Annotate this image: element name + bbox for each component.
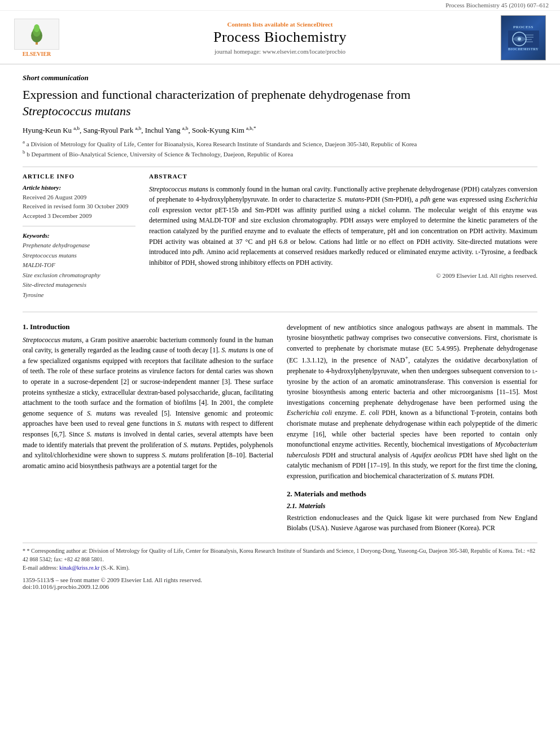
elsevier-logo: [14, 19, 59, 50]
authors-text: Hyung-Keun Ku a,b, Sang-Ryoul Park a,b, …: [23, 126, 256, 134]
footnote-asterisk: *: [23, 548, 27, 554]
accepted-date: Accepted 3 December 2009: [23, 211, 135, 221]
abstract-text: Streptococcus mutans is commonly found i…: [149, 184, 537, 268]
main-content: Short communication Expression and funct…: [0, 64, 560, 601]
abstract-header: ABSTRACT: [149, 173, 537, 180]
affiliation-a: a a Division of Metrology for Quality of…: [23, 138, 537, 148]
paper-title-line2: Streptococcus mutans: [23, 104, 131, 118]
issn-text: 1359-5113/$ – see front matter © 2009 El…: [23, 576, 537, 583]
materials-subheading: 2.1. Materials: [287, 502, 537, 510]
divider-2: [23, 312, 537, 312]
process-biochemistry-logo: PROCESS BIOCHEMISTRY: [501, 15, 546, 60]
right-logo-line2: BIOCHEMISTRY: [508, 47, 539, 51]
svg-point-6: [518, 37, 521, 41]
right-logo-area: PROCESS BIOCHEMISTRY: [498, 15, 549, 60]
abstract-species-1: Streptococcus mutans: [149, 185, 208, 193]
right-logo-image: [508, 30, 539, 47]
materials-heading: 2. Materials and methods: [287, 490, 537, 499]
volume-bar: Process Biochemistry 45 (2010) 607–612: [0, 0, 560, 11]
svg-point-3: [34, 24, 40, 32]
keywords-section: Keywords: Prephenate dehydrogenase Strep…: [23, 232, 135, 300]
intro-two-col: 1. Introduction Streptococcus mutans, a …: [23, 322, 537, 534]
authors-line: Hyung-Keun Ku a,b, Sang-Ryoul Park a,b, …: [23, 125, 537, 134]
keyword-3: MALDI-TOF: [23, 260, 135, 270]
intro-section: 1. Introduction Streptococcus mutans, a …: [23, 322, 537, 534]
keywords-label: Keywords:: [23, 232, 135, 239]
volume-info: Process Biochemistry 45 (2010) 607–612: [445, 2, 549, 8]
doi-text: doi:10.1016/j.procbio.2009.12.006: [23, 583, 537, 590]
elsevier-tree-icon: [23, 23, 51, 46]
article-info-col: ARTICLE INFO Article history: Received 2…: [23, 173, 135, 306]
right-logo-line1: PROCESS: [513, 25, 533, 29]
intro-text-col2: development of new antibiotics since ana…: [287, 322, 537, 482]
sciencedirect-link: Contents lists available at ScienceDirec…: [228, 21, 333, 28]
journal-header-center: Contents lists available at ScienceDirec…: [62, 21, 498, 55]
keywords-list: Prephenate dehydrogenase Streptococcus m…: [23, 241, 135, 300]
footer-issn: 1359-5113/$ – see front matter © 2009 El…: [23, 576, 537, 590]
sciencedirect-brand[interactable]: ScienceDirect: [296, 21, 333, 28]
abstract-col: ABSTRACT Streptococcus mutans is commonl…: [149, 173, 537, 306]
intro-col-right: development of new antibiotics since ana…: [287, 322, 537, 534]
article-type: Short communication: [23, 73, 537, 82]
divider-left: [23, 226, 135, 226]
history-label: Article history:: [23, 184, 135, 191]
materials-text: Restriction endonucleases and the Quick …: [287, 513, 537, 534]
intro-col-left: 1. Introduction Streptococcus mutans, a …: [23, 322, 273, 534]
journal-header: ELSEVIER Contents lists available at Sci…: [0, 11, 560, 64]
keyword-6: Tyrosine: [23, 290, 135, 300]
journal-title: Process Biochemistry: [213, 29, 347, 46]
article-info-abstract-section: ARTICLE INFO Article history: Received 2…: [23, 173, 537, 306]
journal-homepage: journal homepage: www.elsevier.com/locat…: [215, 48, 345, 55]
footnote-text: * * Corresponding author at: Division of…: [23, 547, 537, 572]
received-date: Received 26 August 2009: [23, 193, 135, 202]
keyword-1: Prephenate dehydrogenase: [23, 241, 135, 251]
footnote-email-suffix: (S.-K. Kim).: [101, 565, 130, 571]
paper-title-line1: Expression and functional characterizati…: [23, 88, 410, 102]
article-history-section: Article history: Received 26 August 2009…: [23, 184, 135, 221]
divider-1: [23, 167, 537, 167]
footnote-area: * * Corresponding author at: Division of…: [23, 543, 537, 590]
footnote-email-label: E-mail address:: [23, 565, 58, 571]
affiliation-b: b b Department of Bio-Analytical Science…: [23, 148, 537, 159]
abstract-copyright: © 2009 Elsevier Ltd. All rights reserved…: [149, 272, 537, 279]
paper-title: Expression and functional characterizati…: [23, 87, 537, 119]
keyword-4: Size exclusion chromatography: [23, 270, 135, 281]
affiliations: a a Division of Metrology for Quality of…: [23, 138, 537, 159]
elsevier-label: ELSEVIER: [23, 51, 51, 57]
page-wrapper: Process Biochemistry 45 (2010) 607–612 E…: [0, 0, 560, 601]
footnote-email[interactable]: kinak@kriss.re.kr: [59, 565, 99, 571]
materials-section: 2. Materials and methods 2.1. Materials …: [287, 490, 537, 534]
intro-heading: 1. Introduction: [23, 322, 273, 331]
keyword-5: Site-directed mutagenesis: [23, 280, 135, 290]
revised-date: Received in revised form 30 October 2009: [23, 202, 135, 211]
elsevier-logo-area: ELSEVIER: [11, 19, 62, 57]
keyword-2: Streptococcus mutans: [23, 251, 135, 261]
article-info-header: ARTICLE INFO: [23, 173, 135, 180]
intro-text-col1: Streptococcus mutans, a Gram positive an…: [23, 335, 273, 471]
